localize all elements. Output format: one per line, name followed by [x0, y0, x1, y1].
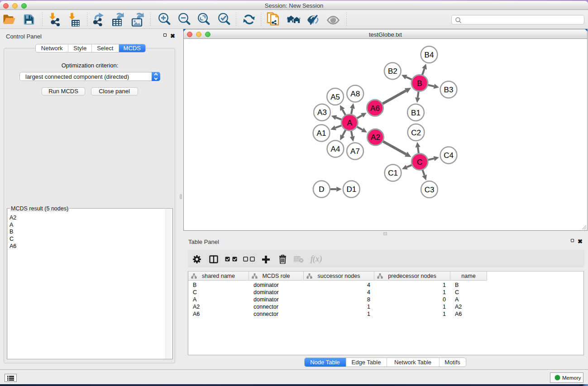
svg-text:B1: B1 [411, 108, 421, 117]
svg-text:C3: C3 [425, 185, 435, 194]
svg-text:A1: A1 [317, 129, 326, 138]
svg-text:A5: A5 [330, 92, 340, 101]
svg-text:A4: A4 [331, 145, 340, 153]
svg-text:C: C [417, 157, 422, 166]
svg-text:B2: B2 [388, 67, 397, 75]
svg-text:B3: B3 [444, 86, 454, 94]
svg-text:A2: A2 [371, 133, 380, 142]
svg-text:D: D [319, 185, 324, 194]
svg-text:A8: A8 [350, 90, 360, 98]
svg-text:C1: C1 [388, 169, 398, 177]
svg-text:B: B [417, 79, 422, 87]
svg-text:C4: C4 [444, 151, 454, 160]
svg-text:A3: A3 [317, 108, 327, 117]
svg-text:C2: C2 [411, 128, 421, 137]
svg-text:B4: B4 [425, 50, 434, 59]
svg-text:A6: A6 [370, 104, 380, 112]
svg-text:A: A [347, 118, 353, 127]
svg-text:D1: D1 [346, 185, 356, 194]
svg-text:A7: A7 [350, 147, 360, 156]
